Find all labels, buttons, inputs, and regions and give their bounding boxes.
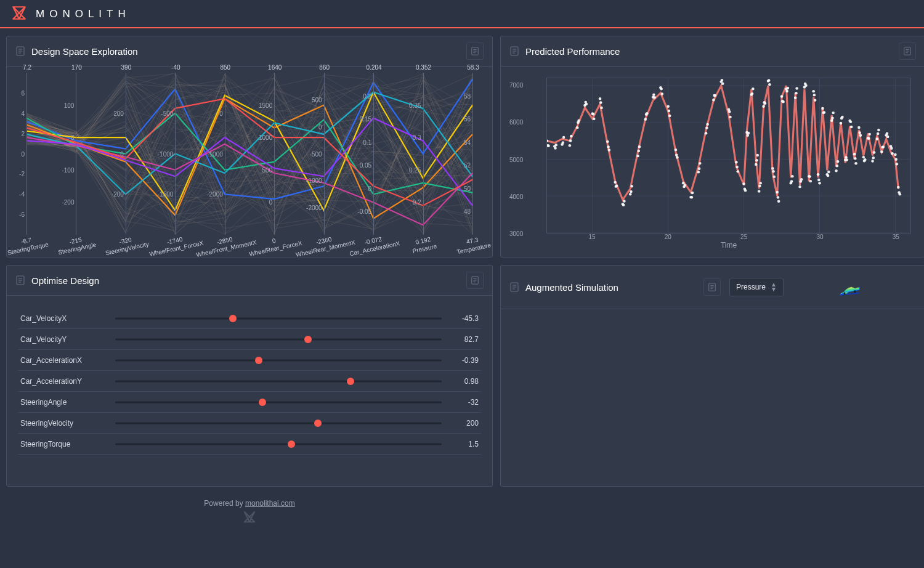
panel-notes-button[interactable] [899, 43, 916, 60]
svg-point-84 [691, 196, 694, 198]
svg-point-58 [623, 200, 626, 202]
svg-point-78 [675, 154, 678, 156]
simulation-viewport[interactable] [795, 284, 904, 296]
panel-head-design-space: Design Space Exploration [7, 36, 492, 67]
slider-track[interactable] [115, 395, 442, 410]
svg-point-115 [756, 154, 759, 156]
svg-point-102 [736, 166, 739, 168]
svg-point-118 [759, 182, 762, 184]
pc-axis-WheelFront_MomentX[interactable]: 8500-1000-2000-2850WheelFront_MomentX [225, 73, 225, 235]
slider-thumb[interactable] [314, 420, 322, 427]
x-axis-label: Time [546, 241, 911, 250]
pc-tick: 0.2 [393, 199, 421, 206]
svg-point-160 [823, 111, 826, 113]
svg-point-91 [706, 123, 709, 126]
svg-point-121 [764, 102, 767, 104]
panel-notes-button[interactable] [466, 43, 484, 60]
panel-notes-button[interactable] [703, 278, 721, 296]
pc-axis-SteeringVelocity[interactable]: 3902000-200-320SteeringVelocity [126, 73, 126, 235]
svg-point-138 [790, 180, 793, 182]
slider-thumb[interactable] [304, 336, 312, 343]
slider-track[interactable] [115, 311, 442, 326]
svg-point-153 [813, 94, 816, 96]
svg-point-101 [735, 161, 738, 163]
svg-point-59 [629, 193, 632, 195]
panel-notes-button[interactable] [466, 272, 484, 289]
svg-point-155 [817, 173, 820, 176]
svg-point-38 [576, 126, 579, 129]
svg-point-114 [755, 159, 758, 161]
slider-track[interactable] [115, 353, 442, 368]
svg-point-156 [817, 179, 821, 181]
svg-point-179 [853, 153, 856, 155]
pc-axis-WheelRear_MomentX[interactable]: 8605000-500-1000-2000-2360WheelRear_Mome… [324, 73, 325, 235]
slider-value: -32 [450, 398, 479, 407]
pc-tick: 1500 [244, 102, 272, 108]
pc-axis-Pressure[interactable]: 0.3520.350.30.250.20.192Pressure [423, 73, 424, 235]
svg-point-131 [780, 95, 784, 97]
pc-tick: 0 [343, 185, 371, 192]
svg-point-170 [840, 122, 843, 124]
pc-axis-SteeringTorque[interactable]: 7.26420-2-4-6-6.7SteeringTorque [26, 73, 27, 235]
slider-thumb[interactable] [347, 378, 354, 385]
svg-point-43 [585, 103, 588, 105]
footer-link[interactable]: monolithai.com [245, 499, 295, 508]
svg-point-152 [812, 90, 815, 92]
svg-point-154 [814, 99, 817, 101]
svg-point-133 [782, 100, 785, 103]
slider-value: -45.3 [450, 314, 479, 323]
y-tick: 4000 [509, 193, 523, 200]
slider-track[interactable] [115, 416, 442, 431]
y-tick: 5000 [509, 156, 523, 163]
svg-point-180 [854, 157, 857, 160]
slider-track[interactable] [115, 332, 442, 347]
svg-point-50 [606, 140, 609, 143]
parallel-coordinates-plot[interactable]: 7.26420-2-4-6-6.7SteeringTorque1701000-1… [15, 73, 484, 251]
svg-point-72 [660, 87, 663, 90]
pc-tick: 500 [244, 166, 272, 173]
field-select-dropdown[interactable]: Pressure ▲▼ [729, 278, 784, 296]
svg-point-174 [845, 156, 848, 158]
svg-point-77 [675, 148, 678, 151]
pc-axis-SteeringAngle[interactable]: 1701000-100-200-215SteeringAngle [76, 73, 76, 235]
pc-tick: 0.3 [393, 134, 421, 141]
slider-row-Car_VelocityY: Car_VelocityY82.7 [18, 329, 481, 350]
pc-axis-max: 7.2 [15, 64, 39, 71]
svg-point-33 [562, 141, 565, 144]
pc-axis-max: -40 [163, 64, 188, 71]
predicted-performance-plot[interactable]: WheelRear_ForceZ300040005000600070001520… [509, 73, 916, 251]
slider-thumb[interactable] [288, 440, 295, 448]
svg-point-62 [636, 155, 639, 157]
pc-axis-WheelFront_ForceX[interactable]: -40-500-1000-1500-1740WheelFront_ForceX [175, 73, 176, 235]
panel-augmented-simulation: Augmented Simulation Pressure ▲▼ [500, 265, 924, 487]
svg-point-189 [867, 137, 870, 140]
pc-axis-WheelRear_ForceX[interactable]: 16401500100050000WheelRear_ForceX [274, 73, 275, 235]
svg-point-209 [897, 186, 900, 189]
svg-point-64 [638, 145, 641, 148]
svg-point-97 [721, 83, 724, 85]
pc-axis-Temperature[interactable]: 58.358565452504847.3Temperature [472, 73, 473, 235]
slider-track[interactable] [115, 374, 442, 389]
pc-axis-Car_AccelerationX[interactable]: 0.2040.20.150.10.050-0.05-0.072Car_Accel… [373, 73, 374, 235]
svg-point-130 [777, 200, 780, 203]
panel-head-augmented: Augmented Simulation Pressure ▲▼ [501, 266, 924, 309]
slider-label: Car_AccelerationY [20, 377, 107, 386]
slider-thumb[interactable] [255, 357, 262, 364]
panel-title: Design Space Exploration [31, 46, 466, 57]
pc-axis-max: 170 [64, 64, 89, 71]
slider-value: 200 [450, 419, 479, 428]
slider-thumb[interactable] [259, 399, 266, 406]
pc-tick: -1000 [145, 150, 173, 157]
svg-point-55 [615, 185, 618, 187]
svg-point-162 [827, 174, 830, 177]
slider-track[interactable] [115, 437, 442, 452]
svg-point-164 [830, 120, 833, 122]
svg-point-201 [886, 132, 889, 134]
svg-point-86 [697, 171, 700, 173]
slider-thumb[interactable] [229, 315, 237, 322]
x-tick: 15 [588, 233, 595, 240]
pc-tick: 6 [6, 89, 25, 96]
brand-text: MONOLITH [36, 8, 131, 20]
slider-label: Car_VelocityY [20, 335, 107, 344]
slider-value: 82.7 [450, 335, 479, 344]
